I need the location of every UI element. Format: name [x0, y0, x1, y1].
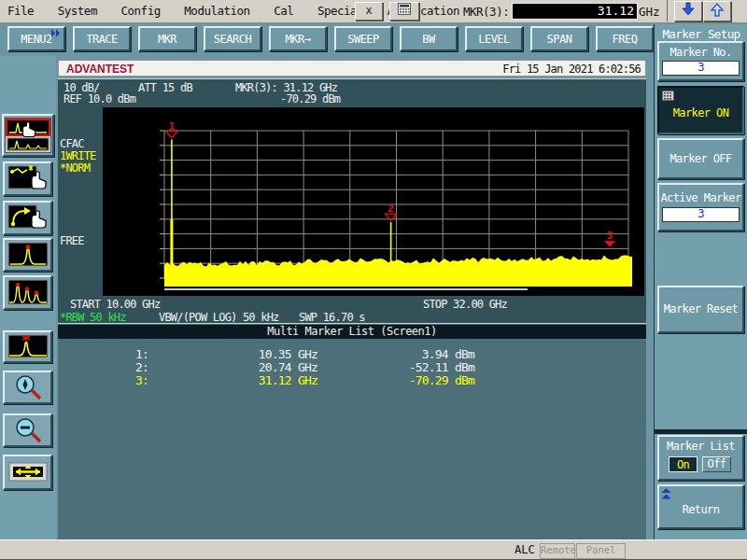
- step-up-button[interactable]: [703, 1, 731, 21]
- menu-system[interactable]: System: [50, 0, 105, 18]
- menu-file[interactable]: File: [0, 0, 41, 18]
- softkey-marker-off[interactable]: Marker OFF: [657, 138, 744, 179]
- fkey-trace[interactable]: TRACE: [73, 26, 131, 51]
- softkey-sidebar: Marker Setup Marker No. 3 Marker ON Mark…: [654, 24, 747, 539]
- fkey-search[interactable]: SEARCH: [204, 26, 261, 51]
- toolbar-move-trace-button[interactable]: [3, 201, 52, 235]
- marker-no-input[interactable]: 3: [662, 61, 740, 76]
- fkey-level[interactable]: LEVEL: [465, 26, 523, 51]
- marker-frequency: 31.12 GHz: [163, 374, 317, 387]
- spectrum-trace-svg: 123: [103, 107, 644, 296]
- fkey-menu2[interactable]: MENU2: [7, 26, 65, 51]
- marker-list-on-toggle[interactable]: On: [669, 456, 698, 472]
- zoom-out-icon: [7, 416, 49, 444]
- marker-list-row: 1:10.35 GHz3.94 dBm: [58, 348, 646, 361]
- toolbar-zoom-in-button[interactable]: [3, 371, 52, 404]
- correction-label: CFAC: [60, 138, 84, 149]
- marker-list-off-toggle[interactable]: Off: [702, 456, 731, 472]
- menu-bar: File System Config Modulation Cal Specia…: [0, 0, 747, 23]
- svg-text:1: 1: [169, 120, 176, 133]
- svg-text:3: 3: [607, 230, 613, 242]
- keypad-button[interactable]: [389, 2, 419, 21]
- softkey-marker-no[interactable]: Marker No. 3: [657, 41, 744, 81]
- calculator-icon: [397, 3, 412, 16]
- marker-index: 1:: [135, 348, 163, 361]
- step-down-button[interactable]: [674, 1, 702, 21]
- marker-level: 3.94 dBm: [317, 348, 474, 361]
- softkey-marker-list[interactable]: Marker List On Off: [657, 435, 744, 481]
- menu-config[interactable]: Config: [114, 0, 168, 18]
- marker-level: -52.11 dBm: [317, 361, 474, 374]
- marker-list-label: Marker List: [659, 440, 742, 453]
- vbw-label: VBW/(POW_LOG) 50 kHz: [159, 312, 279, 323]
- fkey-mkr[interactable]: MKR: [138, 26, 196, 51]
- softkey-active-marker[interactable]: Active Marker 3: [657, 183, 744, 231]
- softkey-return[interactable]: Return: [657, 484, 744, 529]
- fkey-freq[interactable]: FREQ: [596, 26, 654, 51]
- toolbar-zoom-out-button[interactable]: [3, 413, 52, 447]
- keypad-icon: [662, 91, 674, 101]
- full-span-icon: [7, 457, 49, 486]
- toolbar-screen-select-button[interactable]: [2, 114, 54, 157]
- menubar-divider: [667, 0, 668, 21]
- toolbar-full-span-button[interactable]: [3, 455, 52, 490]
- toolbar-write-trace-button[interactable]: [3, 161, 52, 196]
- svg-text:2: 2: [388, 203, 394, 215]
- brand-bar: ADVANTEST Fri 15 Jan 2021 6:02:56: [58, 60, 646, 77]
- marker-level: -70.29 dBm: [317, 374, 474, 387]
- advantest-logo: ADVANTEST: [66, 63, 134, 76]
- sweep-time-label: SWP 16.70 s: [299, 312, 365, 323]
- marker-list-row-active: 3:31.12 GHz-70.29 dBm: [58, 374, 646, 387]
- datetime-label: Fri 15 Jan 2021 6:02:56: [502, 63, 641, 76]
- fkey-label: MENU2: [21, 33, 52, 46]
- ref-level-readout: REF 10.0 dBm: [63, 93, 135, 105]
- marker-on-label: Marker ON: [659, 106, 742, 119]
- softkey-menu-title: Marker Setup: [655, 27, 747, 41]
- mkr-value-input[interactable]: 31.12: [512, 3, 638, 20]
- spectrum-display-panel: 10 dB/ ATT 15 dB MKR(3): 31.12 GHz REF 1…: [58, 78, 646, 323]
- peak-search-icon: [7, 333, 49, 359]
- fkey-mkr-to[interactable]: MKR→: [269, 26, 327, 51]
- multi-peak-markers-icon: [7, 278, 49, 306]
- toolbar-peak-marker-button[interactable]: [3, 238, 52, 272]
- mkr-field-label: MKR(3):: [463, 5, 509, 19]
- trigger-label: FREE: [60, 235, 84, 246]
- fkey-bw[interactable]: BW: [400, 26, 458, 51]
- arrow-up-icon: [710, 2, 725, 17]
- attenuation-readout: ATT 15 dB: [138, 82, 192, 93]
- active-marker-input[interactable]: 3: [662, 207, 740, 222]
- fkey-sweep[interactable]: SWEEP: [334, 26, 392, 51]
- menu-modulation[interactable]: Modulation: [176, 0, 257, 18]
- marker-no-label: Marker No.: [659, 46, 742, 59]
- menu-cal[interactable]: Cal: [266, 0, 301, 18]
- trace-write-label: 1WRITE: [60, 150, 96, 161]
- marker-list-panel: Multi Marker List (Screen1) 1:10.35 GHz3…: [58, 323, 646, 539]
- stop-freq-label: STOP 32.00 GHz: [423, 299, 507, 310]
- peak-marker-icon: [7, 241, 49, 268]
- detector-label: *NORM: [60, 162, 90, 174]
- softkey-marker-on[interactable]: Marker ON: [657, 86, 744, 134]
- fkey-span[interactable]: SPAN: [530, 26, 588, 51]
- alc-status-label: ALC: [514, 543, 535, 556]
- toolbar-multi-markers-button[interactable]: [3, 275, 52, 310]
- toolbar-peak-search-button[interactable]: [3, 330, 52, 363]
- remote-indicator: Remote: [540, 543, 575, 559]
- panel-lock-indicator: Panel Lock: [576, 543, 626, 559]
- marker-frequency: 10.35 GHz: [163, 348, 317, 361]
- start-freq-label: START 10.00 GHz: [70, 299, 160, 310]
- screen-select-icon: [5, 117, 51, 154]
- zoom-in-icon: [7, 373, 49, 401]
- marker-index: 2:: [135, 361, 163, 374]
- icon-toolbar: [0, 56, 56, 540]
- move-trace-hand-icon: [7, 203, 49, 231]
- arrow-down-icon: [681, 2, 696, 17]
- marker-list-row: 2:20.74 GHz-52.11 dBm: [58, 361, 646, 374]
- rbw-label: *RBW 50 kHz: [60, 312, 126, 323]
- write-trace-hand-icon: [7, 164, 49, 192]
- close-window-button[interactable]: x: [355, 2, 383, 21]
- marker-list-title: Multi Marker List (Screen1): [58, 325, 646, 339]
- active-marker-label: Active Marker: [659, 191, 742, 204]
- instrument-screen: File System Config Modulation Cal Specia…: [0, 0, 747, 560]
- softkey-marker-reset[interactable]: Marker Reset: [657, 286, 744, 333]
- status-bar: ALC Remote Panel Lock: [0, 539, 747, 560]
